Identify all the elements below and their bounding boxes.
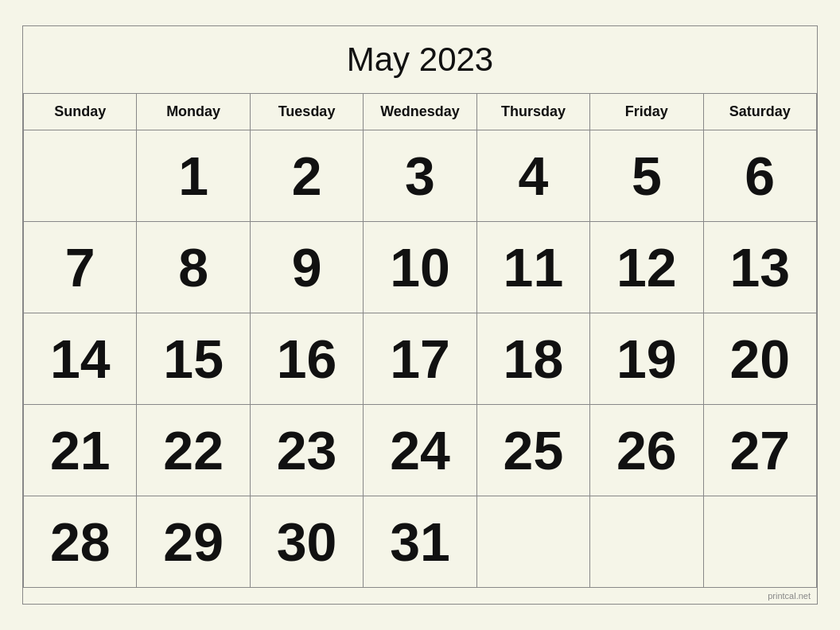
day-cell-25: 25 (477, 405, 590, 496)
day-header-saturday: Saturday (704, 94, 817, 130)
day-cell-27: 27 (704, 405, 817, 496)
day-cell-empty-0-0 (24, 130, 137, 222)
day-cell-empty-4-5 (590, 496, 703, 588)
day-cell-15: 15 (137, 313, 250, 405)
day-cell-6: 6 (704, 130, 817, 222)
day-cell-21: 21 (24, 405, 137, 496)
day-cell-23: 23 (251, 405, 364, 496)
day-cell-4: 4 (477, 130, 590, 222)
day-cell-14: 14 (24, 313, 137, 405)
day-header-wednesday: Wednesday (364, 94, 476, 130)
day-header-tuesday: Tuesday (251, 94, 364, 130)
day-header-thursday: Thursday (477, 94, 590, 130)
day-cell-10: 10 (364, 222, 476, 313)
day-cell-26: 26 (590, 405, 703, 496)
day-cell-2: 2 (251, 130, 364, 222)
day-header-friday: Friday (590, 94, 703, 130)
day-cell-1: 1 (137, 130, 250, 222)
day-cell-12: 12 (590, 222, 703, 313)
day-cell-5: 5 (590, 130, 703, 222)
day-cell-29: 29 (137, 496, 250, 588)
day-cell-3: 3 (364, 130, 476, 222)
day-cell-7: 7 (24, 222, 137, 313)
day-cell-11: 11 (477, 222, 590, 313)
day-cell-24: 24 (364, 405, 476, 496)
watermark: printcal.net (23, 588, 817, 604)
day-cell-31: 31 (364, 496, 476, 588)
day-cell-22: 22 (137, 405, 250, 496)
calendar-grid: SundayMondayTuesdayWednesdayThursdayFrid… (23, 94, 817, 588)
day-cell-13: 13 (704, 222, 817, 313)
day-cell-9: 9 (251, 222, 364, 313)
day-header-monday: Monday (137, 94, 250, 130)
day-header-sunday: Sunday (24, 94, 137, 130)
day-cell-empty-4-4 (477, 496, 590, 588)
day-cell-20: 20 (704, 313, 817, 405)
calendar: May 2023 SundayMondayTuesdayWednesdayThu… (22, 25, 818, 605)
day-cell-empty-4-6 (704, 496, 817, 588)
day-cell-8: 8 (137, 222, 250, 313)
calendar-title: May 2023 (23, 26, 817, 94)
day-cell-18: 18 (477, 313, 590, 405)
day-cell-19: 19 (590, 313, 703, 405)
day-cell-28: 28 (24, 496, 137, 588)
day-cell-16: 16 (251, 313, 364, 405)
day-cell-30: 30 (251, 496, 364, 588)
day-cell-17: 17 (364, 313, 476, 405)
